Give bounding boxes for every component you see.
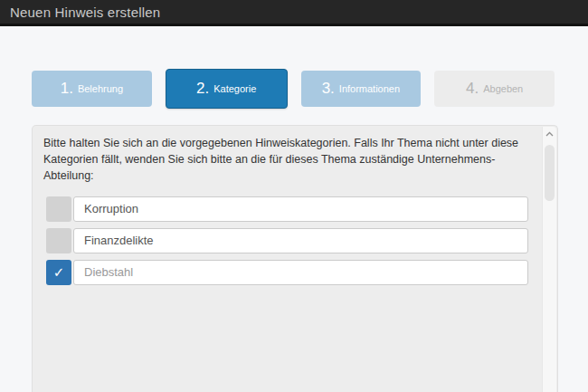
step-number: 3. [322, 80, 335, 98]
checkbox-finanzdelikte[interactable] [46, 228, 71, 253]
instruction-text: Bitte halten Sie sich an die vorgegebene… [43, 135, 527, 184]
page-title: Neuen Hinweis erstellen [10, 5, 160, 20]
step-label: Informationen [339, 83, 400, 94]
scroll-up-button[interactable] [543, 127, 556, 141]
step-informationen[interactable]: 3. Informationen [301, 71, 422, 107]
checkbox-korruption[interactable] [46, 196, 71, 222]
category-option-finanzdelikte[interactable]: Finanzdelikte [73, 228, 528, 253]
step-number: 4. [466, 80, 479, 98]
step-kategorie[interactable]: 2. Kategorie [166, 69, 288, 109]
chevron-up-icon [545, 131, 554, 137]
checkbox-diebstahl[interactable]: ✓ [46, 260, 71, 285]
step-number: 2. [196, 80, 209, 98]
app-header: Neuen Hinweis erstellen [0, 0, 588, 26]
category-option-diebstahl[interactable]: Diebstahl [73, 260, 528, 285]
panel-content: Bitte halten Sie sich an die vorgegebene… [43, 135, 527, 292]
step-label: Belehrung [78, 83, 123, 94]
step-label: Kategorie [213, 83, 256, 94]
step-abgeben: 4. Abgeben [434, 71, 555, 107]
scrollbar[interactable] [542, 127, 556, 392]
category-row-korruption: Korruption [46, 196, 528, 222]
checkmark-icon: ✓ [53, 264, 65, 281]
step-belehrung[interactable]: 1. Belehrung [32, 71, 152, 107]
category-panel: Bitte halten Sie sich an die vorgegebene… [32, 125, 558, 392]
category-option-korruption[interactable]: Korruption [73, 196, 528, 222]
instruction-line-1: Bitte halten Sie sich an die vorgegebene… [43, 135, 527, 151]
wizard-steps: 1. Belehrung 2. Kategorie 3. Information… [32, 71, 555, 107]
category-row-finanzdelikte: Finanzdelikte [46, 228, 528, 253]
step-label: Abgeben [483, 83, 523, 94]
category-row-diebstahl: ✓ Diebstahl [46, 260, 528, 285]
step-number: 1. [61, 80, 73, 98]
scrollbar-thumb[interactable] [545, 145, 555, 201]
instruction-line-2: Kategorien fällt, wenden Sie sich bitte … [43, 151, 527, 184]
category-list: Korruption Finanzdelikte ✓ Diebstahl [46, 196, 528, 285]
